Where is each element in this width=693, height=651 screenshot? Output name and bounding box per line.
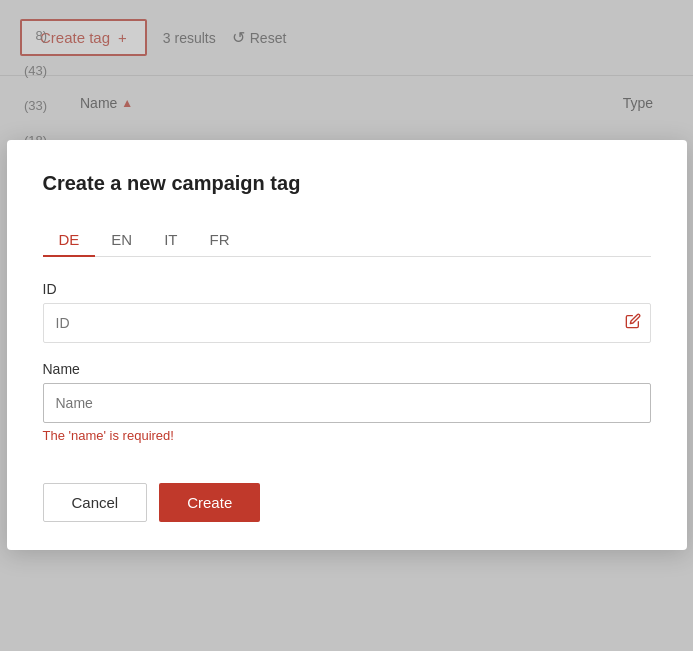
- create-tag-modal: Create a new campaign tag DE EN IT FR ID…: [7, 140, 687, 550]
- id-field-group: ID: [43, 281, 651, 343]
- id-input-wrapper: [43, 303, 651, 343]
- name-input[interactable]: [43, 383, 651, 423]
- tab-de[interactable]: DE: [43, 223, 96, 256]
- id-input[interactable]: [43, 303, 651, 343]
- name-field-group: Name The 'name' is required!: [43, 361, 651, 443]
- edit-icon: [625, 313, 641, 333]
- name-label: Name: [43, 361, 651, 377]
- language-tabs: DE EN IT FR: [43, 223, 651, 257]
- tab-it[interactable]: IT: [148, 223, 193, 256]
- id-label: ID: [43, 281, 651, 297]
- modal-footer: Cancel Create: [43, 473, 651, 522]
- modal-title: Create a new campaign tag: [43, 172, 651, 195]
- name-error: The 'name' is required!: [43, 428, 651, 443]
- tab-en[interactable]: EN: [95, 223, 148, 256]
- create-button[interactable]: Create: [159, 483, 260, 522]
- tab-fr[interactable]: FR: [194, 223, 246, 256]
- cancel-button[interactable]: Cancel: [43, 483, 148, 522]
- name-input-wrapper: [43, 383, 651, 423]
